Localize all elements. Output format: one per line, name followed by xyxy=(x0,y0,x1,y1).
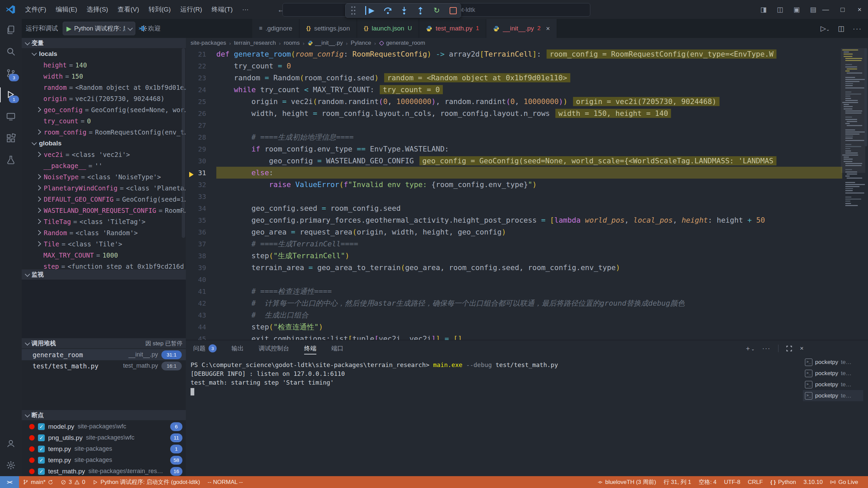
remote-indicator[interactable]: >< xyxy=(0,476,19,488)
variable-row[interactable]: origin=vec2i(7205730, 9024468) xyxy=(22,93,186,104)
code-line[interactable]: 26 width, height = room_config.layout.n_… xyxy=(186,107,842,119)
customize-layout-icon[interactable]: ▤ xyxy=(810,5,816,14)
close-panel-icon[interactable]: × xyxy=(800,345,804,352)
menu-item[interactable]: 查看(V) xyxy=(113,3,144,16)
variable-row[interactable]: height=140 xyxy=(22,59,186,70)
step-out-icon[interactable] xyxy=(416,6,425,15)
status-item[interactable]: CRLF xyxy=(744,476,766,488)
line-number[interactable]: 45 xyxy=(186,335,216,340)
terminal-list-item[interactable]: >_pocketpyte… xyxy=(803,357,863,368)
code-line[interactable]: 34 geo_config.seed = room_config.seed xyxy=(186,202,842,214)
status-item[interactable]: Python 调试程序: 启动文件 (godot-ldtk) xyxy=(89,476,204,488)
panel-tab-端口[interactable]: 端口 xyxy=(331,340,343,357)
terminal-list-item[interactable]: >_pocketpyte… xyxy=(803,390,863,401)
code-line[interactable]: 39 terrain_area = geo_area_to_terrain(ge… xyxy=(186,262,842,273)
step-over-icon[interactable] xyxy=(383,6,392,15)
toggle-sidebar-icon[interactable]: ◫ xyxy=(777,5,783,14)
code-line[interactable]: 38 step("生成TerrainCell") xyxy=(186,250,842,262)
variable-scope-row[interactable]: globals xyxy=(22,138,186,149)
panel-tab-终端[interactable]: 终端 xyxy=(304,340,316,357)
line-number[interactable]: 34 xyxy=(186,204,216,212)
activity-account[interactable] xyxy=(0,433,22,454)
variable-row[interactable]: try_count=0 xyxy=(22,115,186,126)
code-line[interactable]: 27 xyxy=(186,119,842,131)
line-number[interactable]: 23 xyxy=(186,74,216,82)
menu-item[interactable]: ··· xyxy=(237,3,253,16)
code-line[interactable]: 41 # ====检查连通性==== xyxy=(186,285,842,297)
code-line[interactable]: 37 # ====生成TerrainCell==== xyxy=(186,238,842,250)
code-line[interactable]: 30 geo_config = WASTELAND_GEO_CONFIGgeo_… xyxy=(186,155,842,167)
tab-close-icon[interactable]: × xyxy=(546,25,550,33)
variable-scope-row[interactable]: locals xyxy=(22,48,186,59)
sidebar-scrollbar[interactable] xyxy=(182,48,185,238)
breakpoint-checkbox[interactable]: ✓ xyxy=(38,457,45,464)
variable-row[interactable]: Random=<class 'Random'> xyxy=(22,227,186,238)
code-line[interactable]: 33 xyxy=(186,190,842,202)
code-line[interactable]: 40 xyxy=(186,273,842,285)
code-area[interactable]: 21def generate_room(room_config: RoomReq… xyxy=(186,48,842,340)
menu-item[interactable]: 终端(T) xyxy=(207,3,237,16)
breadcrumb-item[interactable]: generate_room xyxy=(379,40,425,46)
breadcrumb-item[interactable]: site-packages xyxy=(191,40,226,46)
breakpoint-checkbox[interactable]: ✓ xyxy=(38,446,45,452)
breakpoint-checkbox[interactable]: ✓ xyxy=(38,468,45,475)
stop-icon[interactable] xyxy=(449,6,457,15)
editor-more-actions-icon[interactable]: ··· xyxy=(853,24,862,33)
tab-欢迎[interactable]: 欢迎 xyxy=(132,19,167,38)
status-item[interactable]: 30 xyxy=(57,476,89,488)
close-button[interactable]: × xyxy=(851,0,868,19)
panel-tab-调试控制台[interactable]: 调试控制台 xyxy=(259,340,289,357)
variable-row[interactable]: Tile=<class 'Tile'> xyxy=(22,238,186,249)
status-item[interactable]: Go Live xyxy=(826,476,862,488)
line-number[interactable]: 28 xyxy=(186,133,216,141)
split-editor-icon[interactable]: ◫ xyxy=(838,24,845,33)
minimap[interactable] xyxy=(842,48,864,340)
callstack-row[interactable]: generate_room__init__.py31:1 xyxy=(22,349,186,360)
status-item[interactable]: 3.10.10 xyxy=(800,476,827,488)
variable-row[interactable]: random=<Random object at 0x1bf9d01e… xyxy=(22,82,186,93)
launch-config-select[interactable]: ▶ Python 调试程序: 启: xyxy=(63,22,135,35)
variable-row[interactable]: __package__='' xyxy=(22,160,186,171)
variable-row[interactable]: geo_config=GeoConfig(seed=None, wor… xyxy=(22,104,186,115)
breadcrumb-item[interactable]: rooms xyxy=(284,40,300,46)
terminal-list-item[interactable]: >_pocketpyte… xyxy=(803,379,863,390)
toggle-panel-icon[interactable]: ◨ xyxy=(760,5,767,14)
continue-icon[interactable]: ▶ xyxy=(365,6,376,15)
variable-row[interactable]: WASTELAND_ROOM_REQUEST_CONFIG=RoomR… xyxy=(22,205,186,216)
menu-item[interactable]: 文件(F) xyxy=(20,3,51,16)
code-line[interactable]: 42 # 计算每一个出口的中心，然后使用astar生成路径，确保每一个出口组合都… xyxy=(186,297,842,309)
breakpoint-row[interactable]: ✓model.pysite-packages\wfc6 xyxy=(22,421,186,432)
code-line[interactable]: 35 geo_config.primary_forces.geothermal_… xyxy=(186,214,842,226)
line-number[interactable]: 39 xyxy=(186,264,216,272)
variable-row[interactable]: room_config=RoomRequestConfig(env_t… xyxy=(22,126,186,138)
line-number[interactable]: 21 xyxy=(186,50,216,58)
line-number[interactable]: 43 xyxy=(186,311,216,319)
line-number[interactable]: 24 xyxy=(186,86,216,94)
activity-testing[interactable] xyxy=(0,149,22,171)
line-number[interactable]: 26 xyxy=(186,109,216,118)
maximize-panel-icon[interactable] xyxy=(786,345,792,352)
variable-row[interactable]: MAX_TRY_COUNT=1000 xyxy=(22,249,186,261)
panel-more-icon[interactable]: ··· xyxy=(762,345,771,352)
activity-source-control[interactable]: 3 xyxy=(0,62,22,84)
line-number[interactable]: 27 xyxy=(186,121,216,129)
breakpoints-section-header[interactable]: 断点 xyxy=(22,410,186,420)
line-number[interactable]: 29 xyxy=(186,145,216,153)
variable-row[interactable]: DEFAULT_GEO_CONFIG=GeoConfig(seed=1… xyxy=(22,194,186,205)
variable-row[interactable]: TileTag=<class 'TileTag'> xyxy=(22,216,186,227)
code-line[interactable]: 28 # ====生成初始地理信息==== xyxy=(186,131,842,143)
tab-test_math.py[interactable]: test_math.py1 xyxy=(419,19,486,38)
run-python-file-icon[interactable]: ▷⌄ xyxy=(821,24,830,33)
tab-__init__.py[interactable]: __init__.py2× xyxy=(486,19,557,38)
breakpoint-row[interactable]: ✓png_utils.pysite-packages\wfc11 xyxy=(22,432,186,443)
line-number[interactable]: 33 xyxy=(186,192,216,201)
status-item[interactable]: main* xyxy=(19,476,57,488)
watch-section-header[interactable]: 监视 xyxy=(22,269,186,280)
activity-extensions[interactable] xyxy=(0,127,22,149)
restart-icon[interactable]: ↻ xyxy=(432,6,441,15)
code-line[interactable]: 31 else: xyxy=(186,167,842,179)
activity-settings[interactable] xyxy=(0,454,22,476)
callstack-row[interactable]: test/test_math.pytest_math.py16:1 xyxy=(22,360,186,371)
code-line[interactable]: 43 # 生成出口组合 xyxy=(186,309,842,321)
menu-item[interactable]: 选择(S) xyxy=(82,3,113,16)
